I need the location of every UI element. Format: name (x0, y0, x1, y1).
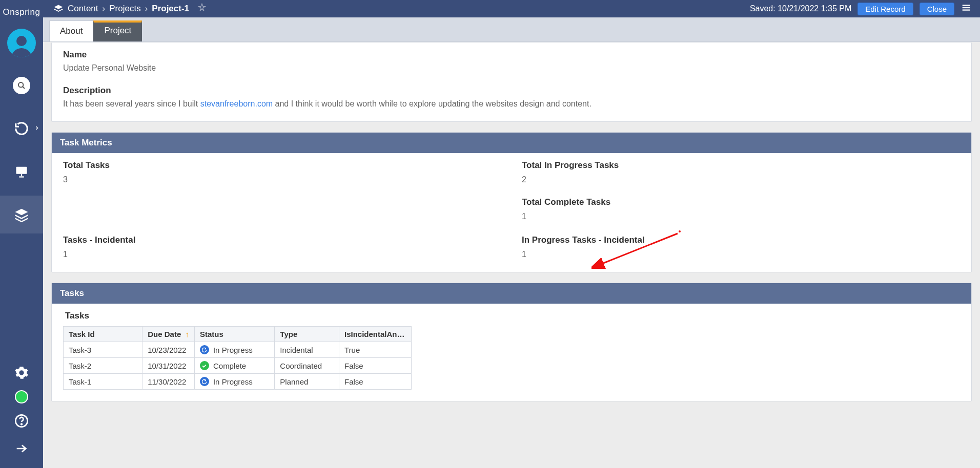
status-indicator[interactable] (15, 390, 28, 403)
status-progress-icon (200, 345, 209, 354)
metric-label: Tasks - Incidental (63, 235, 501, 245)
table-header-row: Task Id Due Date ↑ Status Type IsInciden… (64, 327, 412, 342)
menu-icon[interactable] (961, 2, 972, 16)
th-label: Due Date (148, 330, 181, 338)
close-button[interactable]: Close (920, 3, 954, 15)
description-label: Description (63, 86, 960, 96)
cell-due-date: 10/23/2022 (142, 342, 195, 358)
nav-content[interactable] (0, 196, 43, 233)
nav-expand-arrow[interactable] (0, 438, 43, 459)
table-row[interactable]: Task-210/31/2022CompleteCoordinatedFalse (64, 358, 412, 374)
gear-icon (14, 366, 29, 380)
svg-rect-2 (16, 167, 27, 174)
cell-status: In Progress (194, 374, 274, 390)
description-value: It has been several years since I built … (63, 98, 960, 110)
svg-point-7 (21, 423, 22, 424)
panel-project-info: Name Update Personal Website Description… (51, 42, 972, 122)
layers-icon (53, 4, 64, 14)
name-label: Name (63, 50, 960, 60)
svg-point-0 (18, 82, 23, 87)
th-type[interactable]: Type (275, 327, 339, 342)
status-progress-icon (200, 377, 209, 386)
chevron-right-icon: › (145, 4, 148, 14)
search-icon (13, 77, 30, 94)
presentation-icon (14, 164, 29, 179)
description-text-pre: It has been several years since I built (63, 99, 200, 108)
cell-task-id: Task-1 (64, 374, 142, 390)
sort-asc-icon: ↑ (185, 330, 189, 338)
metric-in-progress-incidental: In Progress Tasks - Incidental 1 (522, 235, 960, 261)
metric-value: 3 (63, 174, 501, 186)
metric-complete-tasks: Total Complete Tasks 1 (522, 197, 960, 223)
description-link[interactable]: stevanfreeborn.com (200, 99, 273, 108)
nav-help[interactable] (0, 411, 43, 431)
cell-due-date: 11/30/2022 (142, 374, 195, 390)
nav-settings[interactable] (0, 363, 43, 383)
crumb-projects[interactable]: Projects (109, 4, 140, 14)
layers-icon (14, 207, 29, 222)
th-due-date[interactable]: Due Date ↑ (142, 327, 195, 342)
history-icon (14, 121, 29, 136)
tasks-subheader: Tasks (63, 311, 960, 326)
panel-header-tasks: Tasks (52, 283, 971, 304)
svg-line-1 (23, 87, 25, 89)
crumb-content[interactable]: Content (68, 4, 98, 14)
metric-value: 2 (522, 174, 960, 186)
metric-value: 1 (522, 210, 960, 223)
tab-project[interactable]: Project (93, 20, 142, 41)
metric-label: Total In Progress Tasks (522, 160, 960, 171)
table-row[interactable]: Task-310/23/2022In ProgressIncidentalTru… (64, 342, 412, 358)
th-status[interactable]: Status (194, 327, 274, 342)
status-complete-icon (200, 361, 209, 370)
chevron-right-icon (34, 124, 40, 133)
svg-marker-8 (54, 5, 63, 9)
cell-type: Planned (275, 374, 339, 390)
metric-total-tasks: Total Tasks 3 (63, 160, 501, 223)
topbar: Content › Projects › Project-1 Saved: 10… (43, 0, 980, 17)
metric-label: In Progress Tasks - Incidental (522, 235, 960, 245)
metric-value: 1 (63, 248, 501, 261)
panel-header-metrics: Task Metrics (52, 133, 971, 153)
th-label: IsIncidentalAnd… (344, 330, 406, 338)
cell-type: Coordinated (275, 358, 339, 374)
arrow-right-icon (14, 441, 29, 456)
table-row[interactable]: Task-111/30/2022In ProgressPlannedFalse (64, 374, 412, 390)
cell-status: In Progress (194, 342, 274, 358)
nav-history[interactable] (0, 110, 43, 147)
cell-status: Complete (194, 358, 274, 374)
cell-flag: False (339, 374, 411, 390)
breadcrumb: Content › Projects › Project-1 (53, 3, 207, 15)
cell-flag: False (339, 358, 411, 374)
cell-due-date: 10/31/2022 (142, 358, 195, 374)
avatar[interactable] (0, 24, 43, 67)
name-value: Update Personal Website (63, 62, 960, 74)
crumb-current: Project-1 (152, 4, 189, 14)
description-text-post: and I think it would be worth while to e… (273, 99, 591, 108)
cell-task-id: Task-2 (64, 358, 142, 374)
panel-tasks: Tasks Tasks Task Id Due Date ↑ Status (51, 283, 972, 401)
saved-timestamp: Saved: 10/21/2022 1:35 PM (750, 4, 851, 13)
metric-tasks-incidental: Tasks - Incidental 1 (63, 235, 501, 261)
brand-logo: Onspring (3, 3, 40, 24)
metric-label: Total Tasks (63, 160, 501, 171)
cell-task-id: Task-3 (64, 342, 142, 358)
help-icon (14, 414, 29, 428)
th-incidental-flag[interactable]: IsIncidentalAnd… (339, 327, 411, 342)
chevron-right-icon: › (103, 4, 106, 14)
edit-record-button[interactable]: Edit Record (858, 3, 913, 15)
metric-label: Total Complete Tasks (522, 197, 960, 207)
svg-marker-5 (15, 209, 28, 216)
tab-bar: About Project (43, 17, 980, 42)
cell-flag: True (339, 342, 411, 358)
th-task-id[interactable]: Task Id (64, 327, 142, 342)
nav-search[interactable] (0, 67, 43, 104)
sidebar: Onspring (0, 0, 43, 468)
nav-dashboards[interactable] (0, 153, 43, 190)
tasks-table: Task Id Due Date ↑ Status Type IsInciden… (63, 326, 412, 390)
pin-icon[interactable] (197, 3, 207, 15)
metric-value: 1 (522, 248, 960, 261)
metric-in-progress-tasks: Total In Progress Tasks 2 (522, 160, 960, 186)
cell-type: Incidental (275, 342, 339, 358)
panel-task-metrics: Task Metrics Total Tasks 3 Total In Prog… (51, 132, 972, 272)
tab-about[interactable]: About (49, 20, 93, 41)
